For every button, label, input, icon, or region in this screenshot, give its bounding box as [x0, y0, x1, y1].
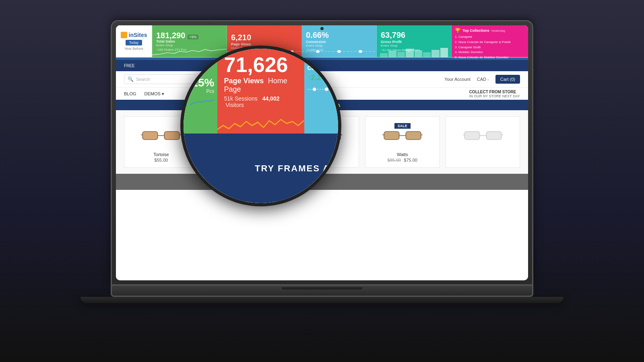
dashboard-logo: inSites Today Year Before — [116, 25, 152, 57]
tc-item-4: 4. Mobilier Dormitor — [455, 50, 525, 55]
svg-rect-30 — [464, 132, 480, 140]
magnifier-visitors-label: Visitors — [225, 102, 244, 108]
svg-point-8 — [337, 50, 341, 53]
top-collections-title: Top Collections — [462, 29, 489, 33]
insites-icon — [121, 32, 127, 38]
product-watts[interactable]: SALE Watts $85.00 $75.00 — [365, 116, 440, 168]
product-white[interactable] — [446, 116, 520, 168]
dashboard-bar: inSites Today Year Before 181,290 +9% To… — [116, 25, 528, 58]
tc-item-3: 3. Canapele Stofă — [455, 45, 525, 50]
collect-sub: IN OUR NY STORE NEXT DAY — [469, 94, 520, 98]
collect-info: COLLECT FROM STORE IN OUR NY STORE NEXT … — [469, 90, 520, 98]
nav-blog[interactable]: BLOG — [124, 88, 136, 99]
top-collections-period: Yesterday — [491, 29, 505, 33]
svg-rect-25 — [384, 132, 399, 140]
product-name-watts: Watts — [397, 152, 408, 157]
product-price-watts: $85.00 $75.00 — [388, 158, 417, 162]
product-img-watts: SALE — [370, 121, 434, 150]
insites-brand: inSites — [129, 32, 147, 38]
store-nav-bar: FREE — [116, 60, 528, 71]
tc-item-2: 2. Noua Colecție de Canapele și Fotolii — [455, 40, 525, 45]
product-img-white — [451, 121, 515, 150]
tc-item-5: 5. Noua Colecție de Mobilier Dormitor — [455, 55, 525, 60]
total-sales-badge: +9% — [188, 35, 198, 39]
camera-dot — [320, 27, 324, 30]
svg-point-37 — [324, 88, 328, 91]
year-before-button[interactable]: Year Before — [124, 47, 143, 51]
svg-rect-26 — [406, 132, 421, 140]
glasses-watts-icon — [382, 128, 423, 143]
page-views-value: 6,210 — [231, 33, 251, 42]
top-collections-panel: 🏆 Top Collections Yesterday 1. Canapele … — [452, 25, 528, 57]
metric-conversion: 0.66% Conversion Entire Shop ↑3.68% C/O — [302, 25, 377, 57]
sale-badge-watts: SALE — [394, 123, 411, 129]
magnifier-banner: TRY FRAMES A — [255, 163, 330, 174]
magnifier-sub: 51k Sessions — [224, 95, 257, 102]
search-icon: 🔍 — [128, 76, 134, 82]
today-button[interactable]: Today — [126, 40, 142, 45]
store-header-right: Your Account CAD - Cart (0) — [444, 75, 520, 84]
nav-demos[interactable]: DEMOS ▾ — [144, 88, 164, 100]
magnifier-label-bold: Page Views — [224, 77, 264, 85]
account-link[interactable]: Your Account — [444, 77, 470, 82]
conversion-sublabel: Entire Shop — [306, 44, 372, 47]
svg-rect-10 — [143, 132, 158, 140]
screen-bezel: inSites Today Year Before 181,290 +9% To… — [116, 25, 528, 280]
new-price-watts: $75.00 — [404, 158, 417, 162]
glasses-white-icon — [463, 128, 503, 143]
metric-gross-profit: 63,796 Gross Profit Entire Shop ↑41.9% G… — [377, 25, 452, 57]
tc-item-1: 1. Canapele — [455, 35, 525, 40]
screen-content: inSites Today Year Before 181,290 +9% To… — [116, 25, 528, 280]
currency-selector[interactable]: CAD - — [477, 77, 489, 82]
svg-rect-11 — [165, 132, 180, 140]
laptop-wrapper: inSites Today Year Before 181,290 +9% To… — [101, 20, 543, 342]
search-placeholder: Search — [136, 77, 150, 82]
glasses-tortoise-icon — [141, 128, 181, 143]
conversion-label: Conversion — [306, 40, 372, 44]
old-price-watts: $85.00 — [388, 158, 401, 162]
svg-point-9 — [358, 50, 363, 53]
collect-title: COLLECT FROM STORE — [469, 90, 520, 94]
svg-point-7 — [316, 50, 320, 53]
gross-profit-label: Gross Profit — [381, 40, 447, 44]
promo-text: FREE — [124, 64, 135, 68]
cart-button[interactable]: Cart (0) — [495, 75, 520, 84]
laptop-feet — [80, 297, 564, 303]
gross-profit-value: 63,796 — [381, 31, 447, 40]
conversion-value: 0.66% — [306, 31, 372, 40]
magnifier-visitors: 44,002 — [262, 95, 280, 102]
laptop-hinge — [282, 287, 362, 290]
laptop-base — [111, 286, 533, 297]
svg-point-36 — [312, 88, 316, 91]
metric-total-sales: 181,290 +9% Total Sales Entire Shop ↑106… — [152, 25, 227, 57]
svg-rect-31 — [486, 132, 502, 140]
laptop-lid: inSites Today Year Before 181,290 +9% To… — [111, 20, 533, 286]
total-sales-value: 181,290 — [156, 31, 185, 39]
magnifier-metric-value: 71,626 — [224, 54, 297, 75]
product-price-tortoise: $55.00 — [155, 158, 168, 162]
product-name-tortoise: Tortoise — [153, 152, 169, 157]
magnifier-overlay: 15% Pcs 71,626 Pa — [180, 45, 341, 206]
total-sales-label: Total Sales — [156, 39, 223, 43]
search-bar[interactable]: 🔍 Search — [124, 74, 196, 84]
